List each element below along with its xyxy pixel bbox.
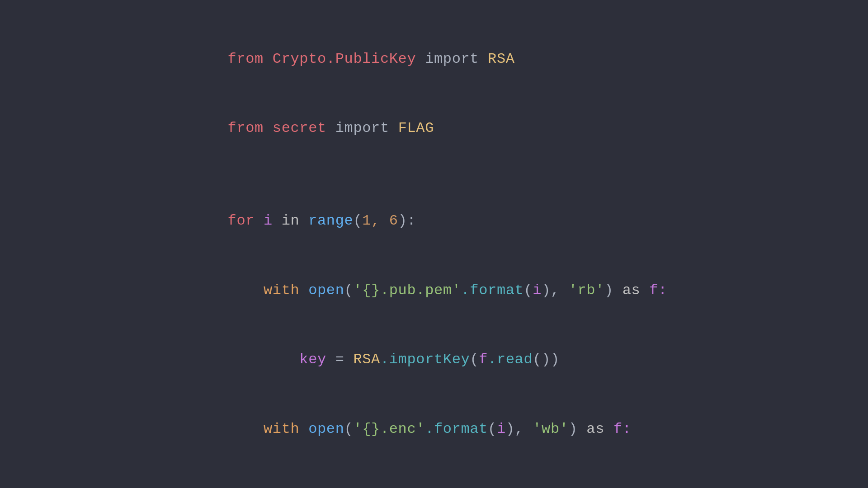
code-container: #!/usr/bin/env python3 from Crypto.Publi…	[147, 0, 722, 488]
string-enc: '{}.enc'	[353, 421, 425, 437]
mode-wb: 'wb'	[533, 421, 568, 437]
format-method-1: .format	[461, 282, 524, 299]
var-f-read: f	[479, 351, 488, 368]
read-method: .read	[488, 351, 533, 368]
with-keyword-1: with	[264, 282, 299, 299]
range-function: range	[308, 212, 353, 229]
line-9: f.write(key.encrypt(FLAG.encode(), None)…	[174, 464, 694, 488]
module-2: secret	[273, 120, 326, 136]
importkey-method: .importKey	[380, 351, 470, 368]
var-f-2: f:	[613, 421, 632, 437]
import-keyword-2: import	[335, 120, 389, 136]
var-f-1: f:	[649, 282, 667, 299]
from-keyword-2: from	[228, 120, 264, 136]
code-block: #!/usr/bin/env python3 from Crypto.Publi…	[174, 0, 694, 488]
from-keyword-1: from	[228, 51, 264, 67]
mode-rb: 'rb'	[569, 282, 604, 299]
import-keyword-1: import	[425, 51, 479, 67]
loop-var-i: i	[264, 212, 273, 229]
as-keyword-1: as	[623, 282, 641, 299]
var-i-2: i	[497, 421, 506, 437]
line-5: for i in range(1, 6):	[174, 186, 694, 256]
line-1: #!/usr/bin/env python3	[174, 0, 694, 24]
format-method-2: .format	[425, 421, 488, 437]
string-pub-pem: '{}.pub.pem'	[353, 282, 461, 299]
class-flag: FLAG	[398, 120, 434, 136]
line-8: with open('{}.enc'.format(i), 'wb') as f…	[174, 394, 694, 464]
as-keyword-2: as	[586, 421, 604, 437]
var-key: key	[299, 351, 326, 368]
open-func-2: open	[308, 421, 344, 437]
module-1: Crypto.PublicKey	[273, 51, 416, 67]
var-i-1: i	[533, 282, 542, 299]
class-rsa: RSA	[488, 51, 515, 67]
empty-line-1	[174, 163, 694, 186]
rsa-class-ref: RSA	[353, 351, 380, 368]
range-args: 1, 6	[362, 212, 398, 229]
line-2: from Crypto.PublicKey import RSA	[174, 24, 694, 94]
line-3: from secret import FLAG	[174, 94, 694, 163]
in-keyword: in	[282, 212, 300, 229]
for-keyword: for	[228, 212, 255, 229]
with-keyword-2: with	[264, 421, 299, 437]
line-7: key = RSA.importKey(f.read())	[174, 325, 694, 394]
line-6: with open('{}.pub.pem'.format(i), 'rb') …	[174, 256, 694, 325]
open-func-1: open	[308, 282, 344, 299]
